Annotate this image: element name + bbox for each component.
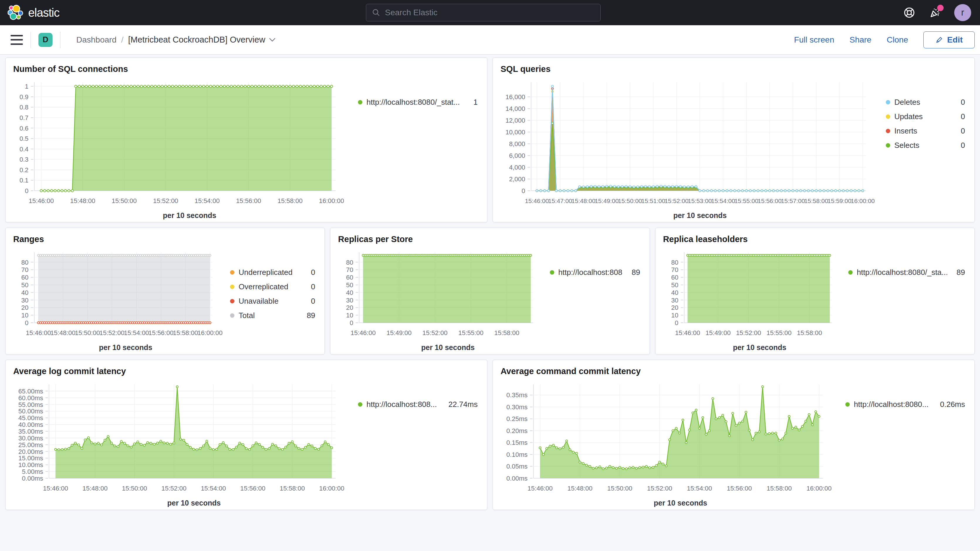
chart-legend: http://localhost:808...22.74ms [353, 377, 479, 507]
legend-item[interactable]: Updates0 [884, 110, 967, 124]
svg-text:15:52:00: 15:52:00 [99, 329, 125, 336]
elastic-brand[interactable]: elastic [0, 5, 59, 21]
svg-text:0.5: 0.5 [19, 135, 29, 142]
search-icon [372, 8, 380, 17]
dashboard-app-badge[interactable]: D [38, 33, 52, 47]
breadcrumb-dashboard[interactable]: Dashboard [76, 35, 116, 45]
svg-text:15:53:00: 15:53:00 [688, 197, 712, 204]
divider [30, 32, 31, 48]
svg-text:70: 70 [346, 266, 353, 274]
svg-text:0.30ms: 0.30ms [506, 403, 528, 411]
svg-text:60: 60 [21, 274, 29, 281]
svg-text:0.2: 0.2 [19, 166, 29, 174]
legend-series-value: 0 [956, 112, 965, 121]
svg-text:65.00ms: 65.00ms [19, 388, 43, 395]
chart-canvas[interactable]: 8070605040302010015:46:0015:49:0015:52:0… [663, 245, 843, 343]
legend-series-label: Selects [894, 141, 919, 150]
panel-3: Replicas per Store8070605040302010015:46… [330, 228, 650, 354]
legend-series-value: 0 [956, 126, 965, 135]
legend-item[interactable]: http://localhost:8080...0.26ms [843, 397, 967, 412]
legend-series-value: 1 [468, 98, 478, 107]
clone-button[interactable]: Clone [887, 35, 908, 45]
legend-series-dot [886, 100, 890, 104]
svg-text:0.4: 0.4 [19, 145, 29, 153]
svg-text:16:00:00: 16:00:00 [851, 197, 875, 204]
chart-canvas[interactable]: 10.90.80.70.60.50.40.30.20.1015:46:0015:… [13, 75, 353, 211]
svg-text:40: 40 [671, 289, 678, 296]
svg-text:15:58:00: 15:58:00 [173, 329, 198, 336]
legend-item[interactable]: http://localhost:8080/_sta...89 [846, 265, 967, 280]
legend-item[interactable]: Inserts0 [884, 124, 967, 138]
chart-canvas[interactable]: 8070605040302010015:46:0015:48:0015:50:0… [13, 245, 225, 343]
svg-text:15:46:00: 15:46:00 [351, 329, 376, 336]
search-input[interactable]: Search Elastic [366, 4, 601, 21]
chart-legend: Underreplicated0Overreplicated0Unavailab… [225, 245, 317, 352]
notification-dot [937, 5, 943, 11]
x-axis-unit-label: per 10 seconds [13, 343, 225, 352]
chart-svg: 16,00014,00012,00010,0008,0006,0004,0002… [501, 75, 881, 210]
news-icon[interactable] [928, 6, 942, 19]
legend-series-dot [550, 270, 554, 275]
svg-text:0.7: 0.7 [19, 114, 29, 121]
legend-item[interactable]: Overreplicated0 [228, 280, 317, 294]
svg-text:15:59:00: 15:59:00 [827, 197, 851, 204]
svg-text:1: 1 [25, 83, 29, 90]
help-icon[interactable] [902, 6, 916, 19]
legend-item[interactable]: Deletes0 [884, 95, 967, 110]
legend-item[interactable]: http://localhost:8080/_sta...89 [548, 265, 642, 280]
svg-text:15:52:00: 15:52:00 [736, 329, 761, 336]
legend-series-dot [845, 402, 850, 407]
full-screen-button[interactable]: Full screen [794, 35, 834, 45]
brand-wordmark: elastic [28, 6, 59, 19]
panel-title: SQL queries [501, 64, 967, 74]
edit-button[interactable]: Edit [923, 32, 975, 48]
svg-text:15:54:00: 15:54:00 [194, 197, 220, 204]
legend-item[interactable]: Selects0 [884, 138, 967, 153]
legend-item[interactable]: Total89 [228, 308, 317, 323]
svg-text:16:00:00: 16:00:00 [197, 329, 223, 336]
app-badge-letter: D [43, 35, 48, 44]
svg-text:70: 70 [671, 266, 678, 274]
menu-button[interactable] [11, 35, 23, 45]
svg-text:15:50:00: 15:50:00 [618, 197, 642, 204]
svg-text:16:00:00: 16:00:00 [319, 485, 344, 492]
user-avatar[interactable]: r [954, 4, 971, 21]
panel-title: Ranges [13, 234, 317, 244]
svg-text:15:48:00: 15:48:00 [568, 485, 593, 492]
panel-title: Number of SQL connections [13, 64, 479, 74]
svg-text:15:54:00: 15:54:00 [124, 329, 149, 336]
svg-text:15:56:00: 15:56:00 [727, 485, 752, 492]
svg-text:15:58:00: 15:58:00 [797, 329, 822, 336]
page-title[interactable]: [Metricbeat CockroachDB] Overview [128, 35, 276, 45]
svg-text:30.00ms: 30.00ms [19, 435, 43, 442]
chart-canvas[interactable]: 0.35ms0.30ms0.25ms0.20ms0.15ms0.10ms0.05… [501, 377, 841, 498]
legend-item[interactable]: Unavailable0 [228, 294, 317, 308]
legend-item[interactable]: http://localhost:8080/_stat...1 [356, 95, 479, 110]
legend-series-label: Unavailable [239, 297, 278, 306]
svg-text:60: 60 [346, 274, 353, 281]
legend-series-label: Inserts [894, 126, 917, 135]
page-title-text: [Metricbeat CockroachDB] Overview [128, 35, 265, 45]
panel-0: Number of SQL connections10.90.80.70.60.… [5, 57, 487, 222]
share-button[interactable]: Share [850, 35, 872, 45]
chart-canvas[interactable]: 65.00ms60.00ms55.00ms50.00ms45.00ms40.00… [13, 377, 353, 498]
legend-series-dot [848, 270, 853, 275]
x-axis-unit-label: per 10 seconds [13, 211, 353, 220]
svg-text:4,000: 4,000 [509, 164, 525, 171]
elastic-logo-icon [8, 5, 24, 21]
chart-canvas[interactable]: 8070605040302010015:46:0015:49:0015:52:0… [338, 245, 545, 343]
legend-series-label: Underreplicated [239, 268, 293, 277]
legend-item[interactable]: http://localhost:808...22.74ms [356, 397, 479, 412]
svg-text:15:48:00: 15:48:00 [70, 197, 95, 204]
legend-series-dot [358, 402, 363, 407]
x-axis-unit-label: per 10 seconds [501, 499, 841, 507]
svg-text:20: 20 [671, 304, 678, 311]
svg-text:0.25ms: 0.25ms [506, 415, 528, 422]
legend-item[interactable]: Underreplicated0 [228, 265, 317, 280]
legend-series-value: 0 [306, 282, 315, 291]
edit-button-label: Edit [947, 35, 963, 45]
svg-text:0.9: 0.9 [19, 93, 29, 100]
legend-series-label: Total [239, 311, 255, 320]
svg-text:50: 50 [21, 281, 29, 289]
chart-canvas[interactable]: 16,00014,00012,00010,0008,0006,0004,0002… [501, 75, 881, 211]
